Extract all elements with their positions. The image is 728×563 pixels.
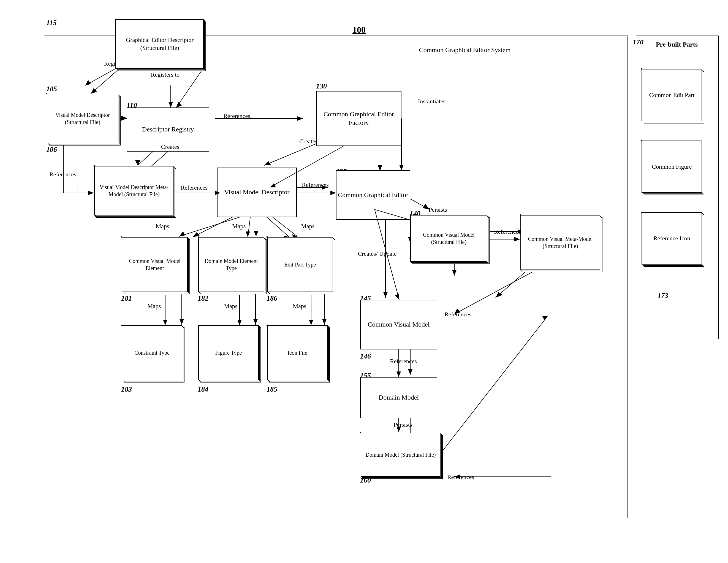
title-100: 100 [352,25,366,35]
maps-3-label: Maps [294,223,322,230]
domain-model-element-type-box: Domain Model Element Type [198,237,264,292]
visual-model-descriptor-top-box: Visual Model Descriptor (Structural File… [47,94,118,143]
svg-marker-77 [253,319,258,325]
svg-marker-75 [180,319,184,325]
references-dms-label: References [443,473,479,481]
ref-115: 115 [46,19,57,27]
maps-4-label: Maps [140,303,168,310]
visual-model-descriptor-meta-box: Visual Model Descriptor Meta-Model (Stru… [94,166,174,215]
svg-marker-83 [396,372,401,377]
references-left-label: References [46,171,79,178]
common-visual-model-top-box: Common Visual Model (Structural File) [410,215,487,262]
domain-model-structural-box: Domain Model (Structural File) [361,433,441,477]
svg-marker-65 [514,237,520,241]
svg-marker-5 [121,116,127,121]
svg-marker-89 [176,102,182,107]
constraint-type-box: Constraint Type [122,325,182,380]
maps-1-label: Maps [149,223,176,230]
svg-marker-3 [169,102,173,107]
references-cvm145-cvmm-label: References [440,311,476,318]
ref-130: 130 [316,82,327,90]
ref-105: 105 [46,85,57,93]
reference-icon-box: Reference Icon [642,212,702,264]
references-146-label: References [385,358,421,365]
icon-file-box: Icon File [267,325,328,380]
edit-part-type-box: Edit Part Type [267,237,333,292]
diagram-container: 100 115 Graphical Editor Descriptor (Str… [0,0,728,563]
persists-label-2: Persists [385,421,421,428]
svg-marker-40 [237,320,242,325]
maps-2-label: Maps [225,223,253,230]
svg-marker-7 [297,116,303,121]
references-vmd-label: References [176,184,212,191]
ref-185: 185 [267,385,277,394]
svg-marker-71 [254,231,258,236]
svg-marker-27 [383,292,388,298]
figure-type-box: Figure Type [198,325,259,380]
domain-model-box: Domain Model [360,377,437,418]
common-graphical-editor-factory-box: Common Graphical Editor Factory [316,91,401,146]
creates-update-label: Creates/ Update [355,250,399,257]
persists-label-1: Persists [421,206,454,213]
svg-marker-96 [91,88,97,94]
ref-184: 184 [198,385,208,394]
svg-marker-94 [88,191,94,195]
maps-6-label: Maps [286,303,313,310]
svg-line-47 [264,215,289,237]
ref-173: 173 [658,292,668,300]
references-dr-cgf-label: References [215,112,259,120]
svg-marker-87 [542,317,547,321]
svg-line-86 [440,317,547,454]
svg-line-72 [273,217,297,236]
svg-marker-91 [121,116,127,120]
svg-marker-25 [496,292,502,298]
visual-model-descriptor-box: Visual Model Descriptor [217,167,297,217]
ref-183: 183 [121,385,132,394]
svg-marker-13 [135,160,140,165]
instantiates-label: Instantiates [404,98,459,105]
svg-marker-11 [264,161,271,165]
svg-marker-9 [378,165,382,171]
creates-cgf-label: Creates [289,138,328,145]
ref-170: 170 [633,38,643,46]
prebuilt-label: Pre-built Parts [638,41,715,48]
svg-marker-21 [452,270,457,275]
common-visual-model-element-box: Common Visual Model Element [122,237,188,292]
references-vmd-cge-label: References [297,181,333,188]
common-figure-box: Common Figure [642,140,702,193]
graphical-editor-descriptor-box: Graphical Editor Descriptor (Structural … [116,19,204,69]
svg-marker-50 [85,80,91,85]
ref-106: 106 [46,145,57,154]
common-edit-part-box: Common Edit Part [642,69,702,121]
svg-marker-42 [309,320,313,325]
system-label: Common Graphical Editor System [410,46,520,54]
maps-5-label: Maps [217,303,245,310]
ref-146: 146 [360,352,371,361]
svg-marker-29 [408,369,412,375]
svg-marker-60 [330,191,336,195]
common-visual-meta-model-box: Common Visual Meta-Model (Structural Fil… [520,215,600,270]
svg-marker-81 [395,294,399,300]
svg-marker-69 [179,231,185,236]
svg-marker-46 [246,231,250,237]
svg-marker-38 [163,320,167,325]
svg-marker-79 [322,319,327,325]
svg-line-66 [454,269,537,314]
svg-marker-58 [399,165,404,170]
ref-182: 182 [198,294,208,303]
references-cvm-cvmm-label: References [490,228,525,235]
registers-to-label-2: Registers to [138,71,193,78]
common-graphical-editor-box: Common Graphical Editor [336,170,410,220]
creates-dr-label: Creates [151,143,189,150]
common-visual-model-box: Common Visual Model [360,300,437,350]
ref-181: 181 [121,294,132,303]
ref-186: 186 [267,294,277,303]
